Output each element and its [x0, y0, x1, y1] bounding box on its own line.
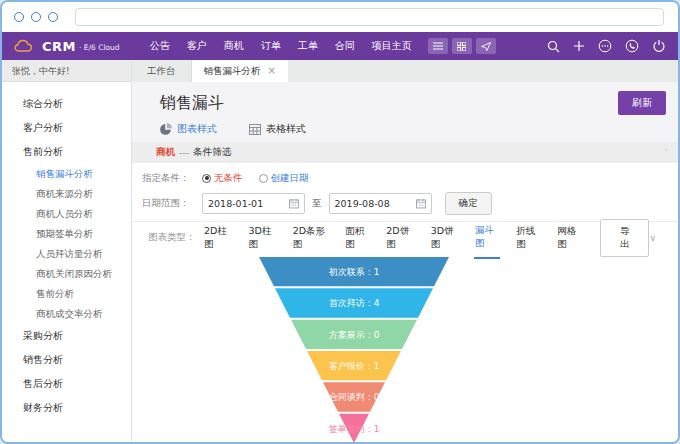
- tab-sales-funnel[interactable]: 销售漏斗分析 ×: [192, 60, 288, 82]
- chart-type-option[interactable]: 2D条形图: [292, 218, 329, 258]
- refresh-button[interactable]: 刷新: [618, 91, 666, 115]
- calendar-icon[interactable]: [289, 198, 299, 209]
- radio-label: 无条件: [214, 172, 243, 185]
- chart-type-option[interactable]: 3D饼图: [430, 218, 459, 258]
- date-range-label: 日期范围：: [142, 197, 202, 210]
- nav-item[interactable]: 工单: [298, 39, 318, 53]
- header-view-buttons: [428, 38, 496, 54]
- filter-title: 条件筛选: [193, 146, 231, 159]
- view-style-toggle: 图表样式 表格样式: [132, 118, 678, 142]
- brand-name: CRM: [42, 39, 76, 54]
- calendar-icon[interactable]: [416, 198, 426, 209]
- chart-style-toggle[interactable]: 图表样式: [160, 122, 217, 136]
- tab-bar: 工作台 销售漏斗分析 ×: [132, 60, 678, 82]
- window-dot-icon[interactable]: [14, 12, 24, 22]
- more-icon[interactable]: [598, 39, 612, 53]
- app-header: CRM · E/6 Cloud 公告客户商机订单工单合同项目主页: [2, 32, 678, 60]
- main-area: 工作台 销售漏斗分析 × 销售漏斗 刷新 图表样式 表格样式: [132, 60, 678, 442]
- address-bar[interactable]: [75, 8, 664, 26]
- paper-plane-icon: [481, 42, 491, 51]
- browser-window: CRM · E/6 Cloud 公告客户商机订单工单合同项目主页 张悦，中午好!: [0, 0, 680, 444]
- confirm-button[interactable]: 确定: [445, 192, 492, 215]
- sidebar-item[interactable]: 商机关闭原因分析: [2, 264, 131, 284]
- sidebar-item[interactable]: 综合分析: [2, 92, 131, 116]
- condition-label: 指定条件：: [142, 172, 202, 185]
- phone-icon[interactable]: [625, 39, 639, 53]
- nav-item[interactable]: 公告: [150, 39, 170, 53]
- chart-type-option[interactable]: 折线图: [515, 218, 541, 258]
- tab-label: 工作台: [147, 60, 176, 82]
- date-to-field[interactable]: [329, 193, 432, 214]
- sidebar-item[interactable]: 人员拜访量分析: [2, 244, 131, 264]
- radio-create-date[interactable]: 创建日期: [259, 172, 309, 185]
- chart-type-option[interactable]: 面积图: [344, 218, 370, 258]
- funnel-stage-label: 签单签约：1: [329, 424, 380, 434]
- grid-view-button[interactable]: [452, 38, 472, 54]
- sidebar-item[interactable]: 预期签单分析: [2, 224, 131, 244]
- close-icon[interactable]: ×: [268, 60, 276, 82]
- plus-icon[interactable]: [573, 40, 585, 52]
- user-greeting: 张悦，中午好!: [2, 60, 131, 82]
- nav-item[interactable]: 客户: [187, 39, 207, 53]
- send-button[interactable]: [476, 38, 496, 54]
- tab-workbench[interactable]: 工作台: [132, 60, 192, 82]
- chart-type-option[interactable]: 3D柱图: [247, 218, 276, 258]
- nav-item[interactable]: 商机: [224, 39, 244, 53]
- condition-radio-group: 无条件 创建日期: [202, 172, 309, 185]
- header-nav: 公告客户商机订单工单合同项目主页: [150, 39, 412, 53]
- tab-label: 销售漏斗分析: [204, 60, 261, 82]
- table-style-label: 表格样式: [266, 122, 306, 136]
- nav-item[interactable]: 合同: [335, 39, 355, 53]
- funnel-stage-label: 合同谈判：0: [329, 392, 380, 402]
- sidebar-item[interactable]: 财务分析: [2, 396, 131, 420]
- filter-entity: 商机: [156, 146, 175, 159]
- chart-type-row: 图表类型： 2D柱图3D柱图2D条形图面积图2D饼图3D饼图漏斗图折线图网格图 …: [132, 221, 678, 253]
- date-from-input[interactable]: [208, 198, 289, 209]
- sidebar-item[interactable]: 商机来源分析: [2, 184, 131, 204]
- sidebar-item[interactable]: 销售分析: [2, 348, 131, 372]
- date-to-word: 至: [312, 197, 322, 210]
- sidebar-item[interactable]: 售后分析: [2, 372, 131, 396]
- hamburger-icon: [433, 42, 443, 50]
- funnel-stage-label: 客户报价：1: [329, 361, 380, 371]
- export-button[interactable]: 导出: [600, 219, 649, 257]
- funnel-stage-label: 方案展示：0: [329, 330, 380, 340]
- date-to-input[interactable]: [335, 198, 416, 209]
- radio-no-condition[interactable]: 无条件: [202, 172, 243, 185]
- chart-type-option[interactable]: 2D饼图: [385, 218, 414, 258]
- chart-type-option[interactable]: 2D柱图: [203, 218, 232, 258]
- header-right-icons: [547, 39, 666, 53]
- nav-item[interactable]: 订单: [261, 39, 281, 53]
- list-view-button[interactable]: [428, 38, 448, 54]
- sidebar-item[interactable]: 售前分析: [2, 284, 131, 304]
- sidebar-item[interactable]: 商机成交率分析: [2, 304, 131, 324]
- sidebar-item[interactable]: 客户分析: [2, 116, 131, 140]
- brand-suffix: · E/6 Cloud: [79, 43, 120, 52]
- power-icon[interactable]: [652, 39, 666, 53]
- sidebar-item[interactable]: 销售漏斗分析: [2, 164, 131, 184]
- funnel-stage-label: 首次拜访：4: [329, 298, 380, 308]
- radio-selected-icon: [202, 174, 211, 183]
- cloud-logo-icon: [14, 39, 36, 53]
- window-dot-icon[interactable]: [31, 12, 41, 22]
- funnel-chart: 初次联系：1首次拜访：4方案展示：0客户报价：1合同谈判：0签单签约：1: [164, 257, 544, 444]
- browser-chrome: [2, 2, 678, 32]
- condition-row: 指定条件： 无条件 创建日期: [132, 163, 678, 189]
- chart-type-option[interactable]: 网格图: [556, 218, 582, 258]
- date-from-field[interactable]: [202, 193, 305, 214]
- window-dot-icon[interactable]: [48, 12, 58, 22]
- filter-bar[interactable]: 商机 --- 条件筛选 ˅: [132, 142, 678, 163]
- table-icon: [249, 124, 261, 135]
- radio-unselected-icon: [259, 174, 268, 183]
- sidebar-item[interactable]: 售前分析: [2, 140, 131, 164]
- nav-item[interactable]: 项目主页: [372, 39, 412, 53]
- filter-separator: ---: [179, 147, 189, 158]
- search-icon[interactable]: [547, 40, 560, 53]
- sidebar-item[interactable]: 商机人员分析: [2, 204, 131, 224]
- filter-collapse-icon[interactable]: ˅: [665, 149, 669, 157]
- sidebar-item[interactable]: 采购分析: [2, 324, 131, 348]
- page-title: 销售漏斗: [160, 93, 224, 114]
- table-style-toggle[interactable]: 表格样式: [249, 122, 306, 136]
- radio-label: 创建日期: [271, 172, 309, 185]
- chevron-down-icon[interactable]: ∨: [649, 233, 664, 243]
